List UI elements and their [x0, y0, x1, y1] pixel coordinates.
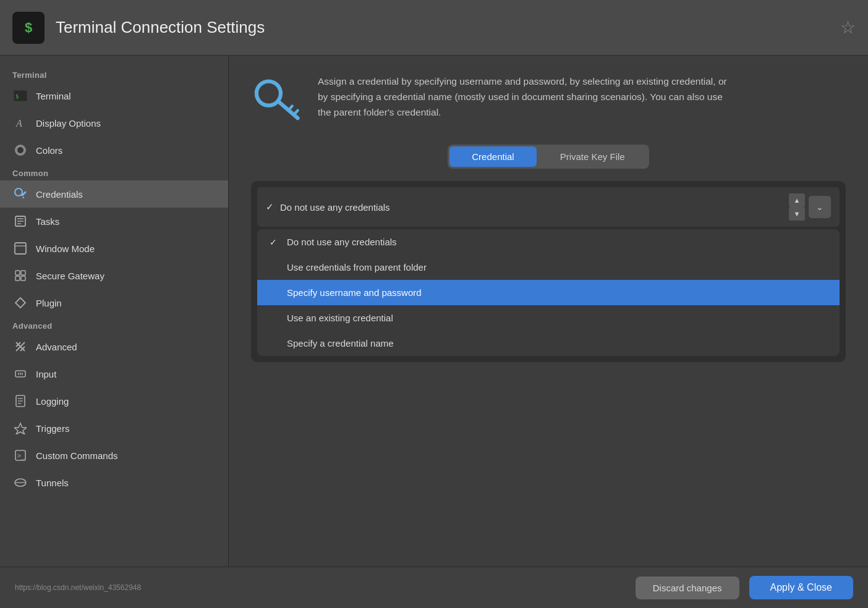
selected-checkmark: ✓	[266, 201, 274, 213]
key-icon-container	[251, 74, 300, 126]
option-label-parent-folder: Use credentials from parent folder	[287, 262, 427, 272]
sidebar-item-secure-gateway[interactable]: Secure Gateway	[0, 262, 228, 289]
footer-url: https://blog.csdn.net/weixin_43562948	[15, 583, 626, 592]
display-options-icon: A	[12, 115, 28, 131]
svg-rect-17	[15, 276, 20, 281]
option-label-no-credentials: Do not use any credentials	[287, 237, 397, 247]
content-area: Assign a credential by specifying userna…	[229, 56, 868, 567]
section-label-terminal: Terminal	[0, 65, 228, 82]
dropdown-option-specify-username[interactable]: Specify username and password	[257, 280, 840, 305]
svg-rect-18	[21, 276, 25, 281]
sidebar-item-display-options-label: Display Options	[36, 118, 101, 129]
dropdown-selected-value: ✓ Do not use any credentials	[266, 201, 784, 213]
option-label-credential-name: Specify a credential name	[287, 338, 394, 348]
favorite-star-icon[interactable]: ☆	[840, 17, 856, 38]
sidebar: Terminal $ Terminal A Display Options Co…	[0, 56, 229, 567]
svg-text:>_: >_	[17, 452, 25, 460]
sidebar-item-triggers-label: Triggers	[36, 423, 69, 434]
sidebar-item-advanced-label: Advanced	[36, 342, 77, 352]
plugin-icon	[12, 295, 28, 311]
secure-gateway-icon	[12, 268, 28, 284]
svg-point-6	[15, 188, 22, 196]
sidebar-item-custom-commands[interactable]: >_ Custom Commands	[0, 442, 228, 469]
dropdown-option-existing-credential[interactable]: Use an existing credential	[257, 305, 840, 331]
tab-credential[interactable]: Credential	[449, 146, 536, 167]
sidebar-item-input[interactable]: Input	[0, 360, 228, 387]
tab-private-key-file[interactable]: Private Key File	[538, 146, 647, 167]
sidebar-item-logging-label: Logging	[36, 396, 69, 407]
terminal-icon-text: $	[25, 20, 32, 36]
dropdown-spinners: ▲ ▼	[789, 193, 805, 221]
dropdown-header[interactable]: ✓ Do not use any credentials ▲ ▼ ⌄	[257, 187, 840, 227]
sidebar-item-window-mode[interactable]: Window Mode	[0, 235, 228, 262]
dropdown-option-parent-folder[interactable]: Use credentials from parent folder	[257, 255, 840, 280]
svg-rect-13	[15, 243, 26, 254]
window-mode-icon	[12, 240, 28, 256]
main-content: Terminal $ Terminal A Display Options Co…	[0, 56, 868, 567]
terminal-sidebar-icon: $	[12, 88, 28, 104]
svg-text:$: $	[15, 93, 19, 99]
svg-point-5	[17, 147, 23, 153]
dropdown-selected-text: Do not use any credentials	[280, 202, 390, 213]
info-block: Assign a credential by specifying userna…	[251, 74, 846, 126]
svg-text:A: A	[15, 118, 22, 129]
sidebar-item-custom-commands-label: Custom Commands	[36, 450, 118, 461]
sidebar-item-tasks-label: Tasks	[36, 216, 59, 227]
key-icon	[251, 74, 300, 124]
dropdown-down-arrow[interactable]: ▼	[789, 207, 805, 221]
sidebar-item-advanced[interactable]: Advanced	[0, 333, 228, 360]
advanced-icon	[12, 339, 28, 355]
option-label-existing-credential: Use an existing credential	[287, 313, 393, 323]
sidebar-item-display-options[interactable]: A Display Options	[0, 109, 228, 137]
svg-rect-8	[22, 196, 25, 199]
option-check-credential-name	[270, 339, 281, 348]
section-label-advanced: Advanced	[0, 316, 228, 333]
sidebar-item-tunnels[interactable]: Tunnels	[0, 469, 228, 496]
sidebar-item-terminal[interactable]: $ Terminal	[0, 82, 228, 109]
sidebar-item-window-mode-label: Window Mode	[36, 243, 95, 254]
colors-icon	[12, 142, 28, 158]
sidebar-item-secure-gateway-label: Secure Gateway	[36, 271, 104, 281]
sidebar-item-plugin[interactable]: Plugin	[0, 289, 228, 316]
custom-commands-icon: >_	[12, 447, 28, 463]
dropdown-option-no-credentials[interactable]: ✓ Do not use any credentials	[257, 229, 840, 255]
info-description: Assign a credential by specifying userna…	[318, 74, 738, 120]
sidebar-item-tunnels-label: Tunnels	[36, 478, 69, 488]
tab-bar: Credential Private Key File	[251, 145, 846, 169]
option-check-existing-credential	[270, 313, 281, 323]
discard-changes-button[interactable]: Discard changes	[636, 576, 739, 599]
svg-line-39	[294, 111, 297, 115]
svg-rect-15	[15, 271, 20, 275]
section-label-common: Common	[0, 164, 228, 180]
option-check-parent-folder	[270, 263, 281, 272]
svg-marker-31	[14, 423, 27, 434]
svg-rect-16	[21, 271, 25, 275]
dropdown-up-arrow[interactable]: ▲	[789, 193, 805, 207]
sidebar-item-colors[interactable]: Colors	[0, 137, 228, 164]
credentials-icon	[12, 186, 28, 202]
option-check-specify-username	[270, 288, 281, 298]
header: $ Terminal Connection Settings ☆	[0, 0, 868, 56]
input-icon	[12, 366, 28, 382]
apply-close-button[interactable]: Apply & Close	[749, 576, 854, 599]
svg-line-38	[288, 106, 292, 111]
sidebar-item-colors-label: Colors	[36, 145, 62, 156]
triggers-icon	[12, 420, 28, 436]
tunnels-icon	[12, 475, 28, 491]
sidebar-item-triggers[interactable]: Triggers	[0, 415, 228, 442]
sidebar-item-tasks[interactable]: Tasks	[0, 208, 228, 235]
option-label-specify-username: Specify username and password	[287, 287, 422, 298]
dropdown-open-button[interactable]: ⌄	[809, 196, 831, 218]
page-title: Terminal Connection Settings	[56, 18, 840, 37]
app-icon: $	[12, 12, 45, 44]
sidebar-item-logging[interactable]: Logging	[0, 387, 228, 415]
dropdown-area: ✓ Do not use any credentials ▲ ▼ ⌄ ✓ Do …	[251, 181, 846, 362]
footer: https://blog.csdn.net/weixin_43562948 Di…	[0, 567, 868, 608]
logging-icon	[12, 393, 28, 409]
option-check-no-credentials: ✓	[270, 237, 281, 247]
dropdown-option-credential-name[interactable]: Specify a credential name	[257, 331, 840, 356]
sidebar-item-credentials[interactable]: Credentials	[0, 180, 228, 208]
sidebar-item-plugin-label: Plugin	[36, 298, 62, 308]
tasks-icon	[12, 213, 28, 229]
tab-container: Credential Private Key File	[448, 145, 649, 169]
